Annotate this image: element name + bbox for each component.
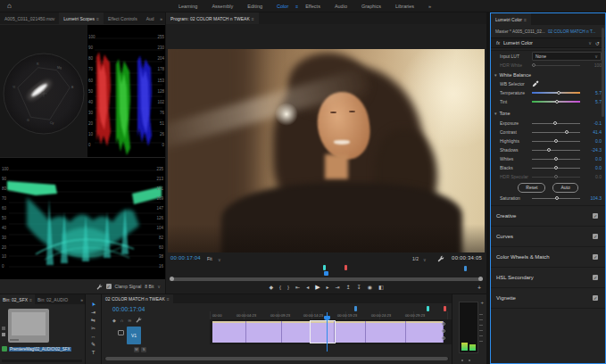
tint-value[interactable]: 5.7 [584, 99, 602, 104]
input-lut-dropdown[interactable]: None ∨ [532, 52, 602, 61]
track-select-tool[interactable]: ⇥ [91, 310, 95, 315]
tab-lumetri-color[interactable]: Lumetri Color ≡ [491, 13, 531, 25]
temperature-value[interactable]: 5.7 [584, 90, 602, 95]
auto-button[interactable]: Auto [552, 183, 577, 193]
workspace-graphics[interactable]: Graphics [361, 4, 381, 9]
bin-more-tabs-icon[interactable]: » [80, 297, 83, 302]
highlights-value[interactable]: 0.0 [584, 138, 602, 144]
sequence-clip-label[interactable]: 02 COLOR MATCH n T... [548, 29, 595, 34]
whites-handle[interactable] [554, 157, 558, 161]
hdr-specular-slider[interactable] [532, 177, 580, 178]
hdr-specular-handle[interactable] [554, 175, 558, 178]
step-back-button[interactable]: ◂ [306, 285, 309, 290]
temperature-handle[interactable] [557, 91, 560, 95]
creative-checkbox[interactable]: ✓ [593, 213, 598, 219]
temperature-slider[interactable] [532, 92, 580, 94]
tab-lumetri-scopes[interactable]: Lumetri Scopes ≡ [59, 12, 104, 24]
hsl-secondary-checkbox[interactable]: ✓ [593, 275, 598, 280]
shadows-value[interactable]: -24.3 [584, 147, 602, 153]
scopes-panel-menu-icon[interactable]: ≡ [96, 16, 99, 21]
linked-selection-toggle[interactable]: ∞ [128, 318, 131, 323]
reset-effect-icon[interactable]: ↺ [595, 40, 600, 46]
blacks-handle[interactable] [554, 166, 558, 170]
hdr-white-value[interactable]: 100 [584, 62, 602, 68]
hdr-specular-value[interactable]: 0.0 [584, 174, 602, 179]
clip-thumbnail[interactable] [8, 309, 49, 343]
bin-panel-menu-icon[interactable]: ≡ [29, 297, 32, 302]
lumetri-scrollbar[interactable] [602, 28, 604, 117]
more-workspaces-icon[interactable]: » [428, 4, 431, 9]
blacks-value[interactable]: 0.0 [584, 165, 602, 170]
lumetri-panel-menu-icon[interactable]: ≡ [524, 17, 527, 22]
exposure-slider[interactable] [532, 123, 580, 124]
program-marker-blue[interactable] [464, 266, 467, 271]
eyedropper-icon[interactable] [532, 80, 539, 87]
workspace-effects[interactable]: Effects [305, 4, 320, 9]
slip-tool[interactable]: ↔ [91, 334, 96, 339]
button-editor-plus[interactable]: + [477, 285, 481, 291]
exposure-handle[interactable] [553, 121, 557, 125]
icon-view-icon[interactable] [2, 333, 5, 336]
pen-tool[interactable]: ✎ [91, 342, 95, 347]
snap-toggle[interactable]: ∩ [120, 318, 124, 323]
mark-in-button[interactable]: { [279, 285, 281, 290]
workspace-audio[interactable]: Audio [335, 4, 347, 9]
program-mini-timeline[interactable] [166, 264, 486, 277]
contrast-slider[interactable] [532, 132, 580, 133]
tab-effect-controls[interactable]: Effect Controls [104, 12, 142, 24]
comparison-view-button[interactable]: ◧ [378, 285, 384, 290]
effect-caret-icon[interactable]: ∨ [588, 40, 592, 46]
add-marker-button[interactable]: ◆ [269, 285, 273, 290]
export-frame-button[interactable]: ◉ [368, 285, 372, 290]
track-lock-icon[interactable] [118, 330, 124, 335]
go-to-out-button[interactable]: ⇥ [336, 285, 340, 290]
hdr-white-handle[interactable] [532, 63, 535, 67]
saturation-slider[interactable] [532, 198, 580, 199]
white-balance-header[interactable]: ▾ White Balance [491, 70, 605, 79]
program-playhead-grip[interactable] [324, 271, 328, 276]
bit-depth-dropdown[interactable]: 8 Bit [145, 284, 154, 289]
highlights-handle[interactable] [554, 139, 558, 143]
track-toggle-icon[interactable] [442, 336, 445, 340]
workspace-assembly[interactable]: Assembly [212, 4, 233, 9]
saturation-value[interactable]: 104.3 [584, 195, 602, 201]
tab-sequence[interactable]: 02 COLOR MATCH n TWEAK ≡ [102, 294, 173, 303]
section-color-wheels[interactable]: Color Wheels & Match ✓ [491, 247, 605, 268]
home-icon[interactable]: ⌂ [7, 2, 12, 10]
video-track-v1[interactable] [210, 319, 452, 344]
workspace-learning[interactable]: Learning [178, 4, 197, 9]
tab-bin-sfx[interactable]: Bin: 02_SFX ≡ [0, 294, 35, 304]
clamp-signal-checkbox[interactable]: ✓ [106, 284, 112, 289]
meter-plus-icon[interactable]: + [480, 300, 484, 305]
program-panel-menu-icon[interactable]: ≡ [252, 16, 254, 21]
highlights-slider[interactable] [532, 141, 580, 142]
razor-tool[interactable]: ✂ [91, 326, 95, 331]
shadows-slider[interactable] [532, 150, 580, 151]
saturation-handle[interactable] [555, 196, 559, 200]
sequence-panel-menu-icon[interactable]: ≡ [167, 296, 170, 302]
program-marker-cyan[interactable] [323, 265, 326, 270]
playback-resolution-dropdown[interactable]: 1/2 [412, 256, 419, 261]
more-panel-tabs-icon[interactable]: » [160, 16, 162, 21]
bin-scrollbar[interactable] [2, 360, 82, 362]
lift-button[interactable]: ↥ [346, 285, 351, 290]
tab-audio[interactable]: Aud [142, 12, 159, 24]
hdr-white-slider[interactable] [532, 65, 580, 66]
workspace-editing[interactable]: Editing [247, 4, 262, 9]
add-marker-timeline-button[interactable]: ◆ [112, 318, 116, 323]
whites-slider[interactable] [532, 159, 580, 160]
workspace-color[interactable]: Color [277, 4, 288, 9]
track-toggle-icon[interactable] [442, 322, 445, 326]
timeline-settings-wrench-icon[interactable] [136, 317, 142, 323]
timeline-clip[interactable] [406, 321, 444, 343]
timeline-clip[interactable] [335, 321, 366, 343]
program-video-frame[interactable] [168, 49, 485, 252]
tab-source-clip[interactable]: A005_C011_021450.mov [0, 12, 59, 24]
track-toggle-icon[interactable] [442, 329, 445, 333]
solo-button[interactable]: S [141, 347, 146, 352]
sequence-marker-cyan[interactable] [427, 306, 429, 311]
selection-tool[interactable]: ➤ [90, 301, 97, 307]
workspace-color-menu-icon[interactable]: ≡ [295, 4, 298, 9]
timeline-scrollbar[interactable] [104, 357, 449, 360]
fit-dropdown[interactable]: Fit [207, 256, 212, 261]
